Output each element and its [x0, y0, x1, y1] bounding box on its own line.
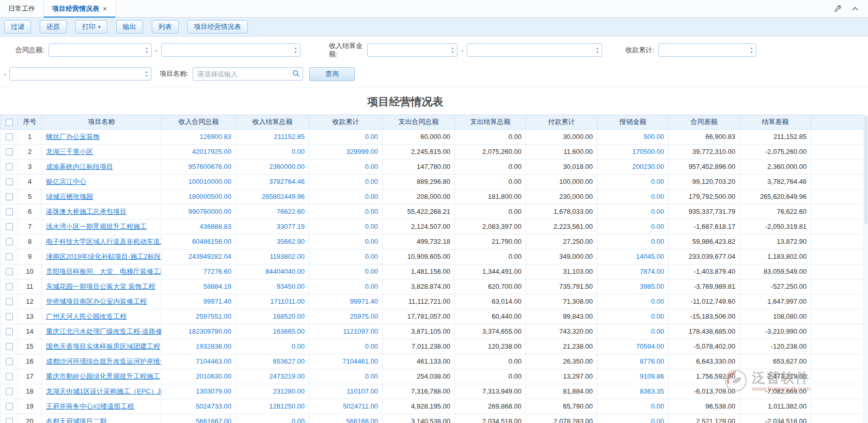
cell-income_contract_total[interactable]: 990760000.00 [162, 204, 236, 219]
cell-income_settle_total[interactable]: 1711011.00 [236, 294, 309, 309]
spinner-arrows-icon[interactable]: ▲▼ [291, 44, 300, 56]
cell-receipt_total[interactable]: 0.00 [309, 219, 383, 234]
cell-reimburse_amount[interactable]: 200230.00 [597, 159, 669, 174]
income-settle-min-input[interactable] [367, 43, 457, 57]
cell-reimburse_amount[interactable]: 7874.00 [597, 264, 669, 279]
cell-name[interactable]: 重庆市鹅岭公园绿化景观提升工程施工 [42, 369, 162, 384]
cell-income_contract_total[interactable]: 5024733.00 [162, 399, 236, 414]
cell-income_settle_total[interactable]: 1281250.00 [236, 399, 309, 414]
cell-reimburse_amount[interactable]: 8776.00 [597, 354, 669, 369]
cell-receipt_total[interactable]: 0.00 [309, 159, 383, 174]
cell-income_contract_total[interactable]: 126900.83 [162, 129, 236, 144]
receipt-total-max-input[interactable] [9, 67, 151, 81]
row-checkbox[interactable] [6, 193, 13, 200]
project-name-input[interactable] [193, 67, 303, 81]
cell-income_contract_total[interactable]: 1303079.00 [162, 384, 236, 399]
cell-receipt_total[interactable]: 99971.40 [309, 294, 383, 309]
cell-income_contract_total[interactable]: 2010630.00 [162, 369, 236, 384]
cell-reimburse_amount[interactable]: 0.00 [597, 309, 669, 324]
cell-reimburse_amount[interactable]: 9109.86 [597, 369, 669, 384]
cell-name[interactable]: 银亿滨江中心 [42, 174, 162, 189]
row-checkbox[interactable] [6, 253, 13, 260]
cell-reimburse_amount[interactable]: 500.00 [597, 129, 669, 144]
cell-income_contract_total[interactable]: 58884.19 [162, 279, 236, 294]
cell-reimburse_amount[interactable]: 0.00 [597, 174, 669, 189]
cell-income_settle_total[interactable]: 2473219.00 [236, 369, 309, 384]
cell-income_settle_total[interactable]: 2360000.00 [236, 159, 309, 174]
cell-reimburse_amount[interactable]: 14045.00 [597, 249, 669, 264]
scrollbar-thumb[interactable] [864, 116, 867, 224]
cell-name[interactable]: 贵阳项目样板间、大堂、电梯厅装修工程 [42, 264, 162, 279]
cell-income_settle_total[interactable]: 3782764.46 [236, 174, 309, 189]
cell-reimburse_amount[interactable]: 0.00 [597, 399, 669, 414]
cell-income_settle_total[interactable]: 0.00 [236, 339, 309, 354]
cell-name[interactable]: 成都沙河环境综合提升改造运河护岸维修改造 [42, 354, 162, 369]
row-checkbox[interactable] [6, 208, 13, 215]
vertical-scrollbar[interactable] [863, 115, 868, 423]
collapse-up-icon[interactable] [850, 4, 860, 13]
cell-name[interactable]: 潼南区2019年绿化补贴项目-施工2标段 [42, 249, 162, 264]
row-checkbox[interactable] [6, 133, 13, 140]
report-name-button[interactable]: 项目经营情况表 [187, 20, 248, 34]
cell-receipt_total[interactable]: 5024711.00 [309, 399, 383, 414]
cell-receipt_total[interactable]: 0.00 [309, 339, 383, 354]
cell-income_settle_total[interactable]: 1183802.00 [236, 249, 309, 264]
cell-name[interactable]: 成渝高铁内江标段项目 [42, 159, 162, 174]
cell-receipt_total[interactable]: 0.00 [309, 129, 383, 144]
cell-name[interactable]: 港珠澳大桥施工总承包项目 [42, 204, 162, 219]
cell-income_contract_total[interactable]: 436888.83 [162, 219, 236, 234]
contract-total-max-input[interactable] [161, 43, 301, 57]
cell-name[interactable]: 王府井商务中心#2楼遗留工程 [42, 399, 162, 414]
export-button[interactable]: 输出 [116, 20, 143, 34]
cell-reimburse_amount[interactable]: 8363.35 [597, 384, 669, 399]
row-checkbox[interactable] [6, 223, 13, 230]
cell-income_contract_total[interactable]: 180000500.00 [162, 189, 236, 204]
cell-receipt_total[interactable]: 7104461.00 [309, 354, 383, 369]
close-tab-icon[interactable]: × [103, 5, 107, 12]
cell-income_contract_total[interactable]: 182309790.00 [162, 324, 236, 339]
cell-name[interactable]: 华侨城项目南区办公室内装修工程 [42, 294, 162, 309]
filter-button[interactable]: 过滤 [4, 20, 31, 34]
cell-reimburse_amount[interactable]: 170500.00 [597, 144, 669, 159]
cell-income_settle_total[interactable]: 84404040.00 [236, 264, 309, 279]
cell-receipt_total[interactable]: 25975.00 [309, 309, 383, 324]
row-checkbox[interactable] [6, 148, 13, 155]
cell-income_contract_total[interactable]: 1932836.00 [162, 339, 236, 354]
contract-total-min-input[interactable] [49, 43, 152, 57]
cell-receipt_total[interactable]: 566166.00 [309, 414, 383, 423]
cell-name[interactable]: 绿城云栖玫瑰园 [42, 189, 162, 204]
tab-daily-work[interactable]: 日常工作 [0, 0, 44, 17]
cell-receipt_total[interactable]: 110107.00 [309, 384, 383, 399]
cell-receipt_total[interactable]: 0.00 [309, 234, 383, 249]
income-settle-max-input[interactable] [467, 43, 602, 57]
cell-receipt_total[interactable]: 0.00 [309, 249, 383, 264]
cell-income_contract_total[interactable]: 2597551.00 [162, 309, 236, 324]
cell-reimburse_amount[interactable]: 0.00 [597, 204, 669, 219]
row-checkbox[interactable] [6, 178, 13, 185]
row-checkbox[interactable] [6, 358, 13, 365]
cell-receipt_total[interactable]: 329999.00 [309, 144, 383, 159]
cell-income_contract_total[interactable]: 957600676.00 [162, 159, 236, 174]
row-checkbox[interactable] [6, 283, 13, 290]
cell-income_contract_total[interactable]: 5661667.00 [162, 414, 236, 423]
cell-name[interactable]: 名都天府城项目二期 [42, 414, 162, 423]
row-checkbox[interactable] [6, 403, 13, 410]
query-button[interactable]: 查询 [309, 67, 355, 81]
cell-income_settle_total[interactable]: 168520.00 [236, 309, 309, 324]
row-checkbox[interactable] [6, 328, 13, 335]
row-checkbox[interactable] [6, 388, 13, 395]
cell-name[interactable]: 龙湖三千里小区 [42, 144, 162, 159]
receipt-total-min-input[interactable] [658, 43, 756, 57]
cell-name[interactable]: 东城花园一期项目公寓大堂 装饰工程 [42, 279, 162, 294]
cell-receipt_total[interactable]: 0.00 [309, 189, 383, 204]
row-checkbox[interactable] [6, 298, 13, 305]
spinner-arrows-icon[interactable]: ▲▼ [747, 44, 756, 56]
row-checkbox[interactable] [6, 313, 13, 320]
cell-reimburse_amount[interactable]: 0.00 [597, 414, 669, 423]
cell-income_settle_total[interactable]: 93450.00 [236, 279, 309, 294]
cell-income_contract_total[interactable]: 77276.60 [162, 264, 236, 279]
cell-income_settle_total[interactable]: 163665.00 [236, 324, 309, 339]
cell-income_settle_total[interactable]: 265802449.96 [236, 189, 309, 204]
cell-receipt_total[interactable]: 0.00 [309, 369, 383, 384]
cell-income_settle_total[interactable]: 653627.00 [236, 354, 309, 369]
